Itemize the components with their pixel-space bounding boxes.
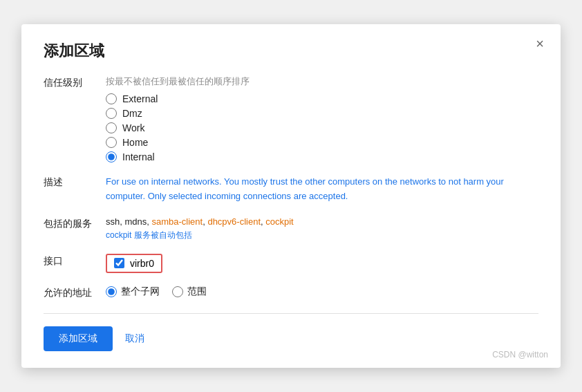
radio-external-label: External — [122, 93, 158, 104]
allowed-address-label: 允许的地址 — [44, 286, 106, 299]
interface-checkbox[interactable] — [114, 258, 124, 268]
services-samba: samba-client — [151, 216, 203, 227]
services-label: 包括的服务 — [44, 216, 106, 230]
radio-external[interactable] — [106, 93, 117, 104]
radio-dmz-label: Dmz — [122, 108, 142, 119]
radio-item-dmz[interactable]: Dmz — [106, 108, 538, 119]
radio-item-work[interactable]: Work — [106, 122, 538, 133]
footer-buttons: 添加区域 取消 — [44, 326, 538, 351]
services-row: 包括的服务 ssh, mdns, samba-client, dhcpv6-cl… — [44, 216, 538, 241]
description-label: 描述 — [44, 175, 106, 189]
services-dhcpv6: dhcpv6-client — [207, 216, 261, 227]
close-button[interactable]: × — [536, 37, 544, 50]
cancel-button[interactable]: 取消 — [125, 333, 144, 345]
divider — [44, 313, 538, 314]
radio-internal[interactable] — [106, 151, 117, 162]
radio-range-label: 范围 — [187, 286, 207, 298]
services-content: ssh, mdns, samba-client, dhcpv6-client, … — [106, 216, 538, 241]
add-zone-button[interactable]: 添加区域 — [44, 326, 113, 351]
allowed-address-content: 整个子网 范围 — [106, 286, 538, 298]
trust-level-options: External Dmz Work Home Internal — [106, 93, 538, 162]
watermark: CSDN @witton — [492, 350, 548, 360]
trust-level-content: 按最不被信任到最被信任的顺序排序 External Dmz Work Home — [106, 75, 538, 162]
radio-range-input[interactable] — [172, 286, 183, 297]
interface-name: virbr0 — [130, 258, 154, 269]
radio-work[interactable] — [106, 122, 117, 133]
description-row: 描述 For use on internal networks. You mos… — [44, 175, 538, 204]
interface-box: virbr0 — [106, 254, 162, 273]
radio-subnet-label: 整个子网 — [121, 286, 160, 298]
description-text: For use on internal networks. You mostly… — [106, 175, 538, 204]
radio-range[interactable]: 范围 — [172, 286, 207, 298]
trust-level-label: 信任级别 — [44, 75, 106, 89]
description-content: For use on internal networks. You mostly… — [106, 175, 538, 204]
services-prefix: ssh, mdns, — [106, 216, 151, 227]
dialog-title: 添加区域 — [44, 41, 538, 62]
radio-home-label: Home — [122, 137, 148, 148]
radio-internal-label: Internal — [122, 151, 155, 162]
radio-subnet[interactable]: 整个子网 — [106, 286, 160, 298]
add-zone-dialog: 添加区域 × 信任级别 按最不被信任到最被信任的顺序排序 External Dm… — [21, 24, 561, 368]
interface-label: 接口 — [44, 254, 106, 268]
radio-dmz[interactable] — [106, 108, 117, 119]
radio-item-home[interactable]: Home — [106, 137, 538, 148]
radio-item-external[interactable]: External — [106, 93, 538, 104]
radio-work-label: Work — [122, 122, 144, 133]
radio-subnet-input[interactable] — [106, 286, 117, 297]
radio-item-internal[interactable]: Internal — [106, 151, 538, 162]
trust-level-row: 信任级别 按最不被信任到最被信任的顺序排序 External Dmz Work — [44, 75, 538, 162]
allowed-address-row: 允许的地址 整个子网 范围 — [44, 286, 538, 299]
interface-content: virbr0 — [106, 254, 538, 273]
radio-home[interactable] — [106, 137, 117, 148]
services-auto-include: cockpit 服务被自动包括 — [106, 230, 538, 241]
trust-level-hint: 按最不被信任到最被信任的顺序排序 — [106, 75, 538, 88]
services-cockpit: cockpit — [265, 216, 293, 227]
interface-row: 接口 virbr0 — [44, 254, 538, 273]
services-text: ssh, mdns, samba-client, dhcpv6-client, … — [106, 216, 538, 227]
address-options: 整个子网 范围 — [106, 286, 538, 298]
